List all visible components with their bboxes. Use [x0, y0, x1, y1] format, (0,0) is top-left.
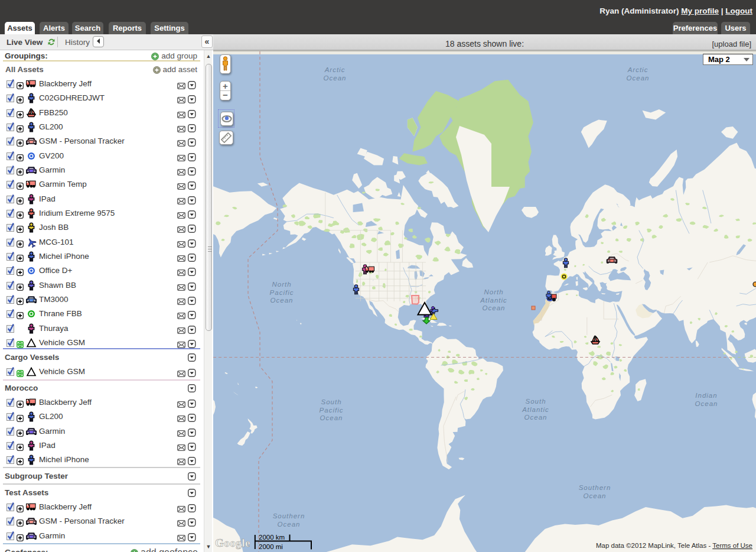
svg-text:Ocean: Ocean	[483, 304, 506, 311]
svg-text:Atlantic: Atlantic	[480, 297, 507, 304]
svg-text:Southern: Southern	[273, 512, 305, 519]
svg-text:North: North	[272, 281, 291, 288]
svg-text:Ocean: Ocean	[695, 400, 718, 407]
svg-text:Southern: Southern	[579, 484, 611, 491]
svg-text:Pacific: Pacific	[320, 407, 344, 414]
svg-text:Ocean: Ocean	[627, 74, 650, 82]
svg-text:Ocean: Ocean	[271, 297, 294, 304]
svg-text:Ocean: Ocean	[524, 414, 548, 421]
svg-text:Ocean: Ocean	[320, 414, 343, 421]
svg-text:Google: Google	[215, 537, 250, 549]
svg-text:South: South	[525, 398, 546, 405]
svg-text:Ocean: Ocean	[324, 74, 347, 82]
svg-text:South: South	[321, 398, 341, 405]
svg-text:Map data ©2012 MapLink, Tele A: Map data ©2012 MapLink, Tele Atlas - Ter…	[596, 542, 752, 549]
svg-text:North: North	[484, 288, 503, 296]
svg-text:Atlantic: Atlantic	[522, 406, 549, 413]
svg-text:2000 mi: 2000 mi	[259, 543, 283, 550]
svg-text:Arctic: Arctic	[627, 66, 649, 73]
svg-text:Ocean: Ocean	[584, 492, 607, 499]
svg-text:Ocean: Ocean	[278, 521, 301, 528]
svg-text:Pacific: Pacific	[270, 289, 294, 296]
svg-text:Arctic: Arctic	[324, 66, 346, 73]
svg-text:Indian: Indian	[695, 392, 717, 399]
svg-text:2000 km: 2000 km	[259, 534, 285, 541]
